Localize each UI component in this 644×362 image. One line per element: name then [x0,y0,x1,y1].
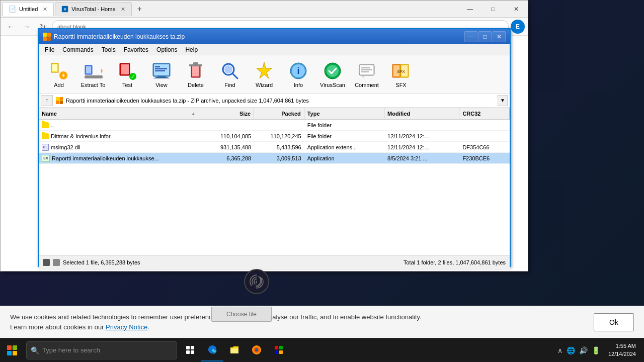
col-header-packed[interactable]: Packed [254,108,304,119]
forward-button[interactable]: → [20,20,34,34]
start-button[interactable] [0,338,24,363]
file-name-cell: DL msimg32.dll [39,142,199,152]
taskbar-app-firefox[interactable] [246,339,268,361]
tray-volume-icon[interactable]: 🔊 [579,346,588,354]
zip-toolbar: + Add Extract To [39,55,510,94]
virusscan-button[interactable]: VirusScan [316,57,349,92]
menu-tools[interactable]: Tools [98,45,120,54]
tray-network-icon[interactable]: 🌐 [567,346,575,354]
taskbar-search[interactable]: 🔍 Type here to search [26,341,177,359]
extract-to-button[interactable]: Extract To [77,57,109,92]
svg-rect-41 [186,350,190,354]
svg-rect-14 [155,68,167,69]
file-crc-cell [459,131,510,141]
sfx-label: SFX [395,82,406,88]
svg-rect-40 [191,346,194,349]
status-left: Selected 1 file, 6,365,288 bytes [43,259,404,266]
edge-extension[interactable]: E [511,20,525,34]
path-text: Raportti immateriaalioikeuden loukkaukse… [66,98,496,104]
taskbar-app-explorer[interactable] [223,339,246,361]
tab-virustotal-icon: V [61,6,68,13]
add-button[interactable]: + Add [43,57,75,92]
path-up-button[interactable]: ↑ [41,95,53,106]
status-icon [43,259,50,266]
virusscan-label: VirusScan [320,82,345,88]
svg-rect-42 [191,350,194,354]
file-packed-cell: 5,433,596 [254,142,304,152]
path-dropdown[interactable]: ▼ [498,95,508,106]
privacy-notice-link[interactable]: Privacy Notice [106,323,147,331]
file-type-cell: File folder [304,131,384,141]
menu-options[interactable]: Options [152,45,181,54]
fingerprint-area [216,266,297,297]
col-header-crc[interactable]: CRC32 [459,108,510,119]
search-icon: 🔍 [31,346,39,354]
zip-close-btn[interactable]: ✕ [493,31,506,42]
path-zip-icon [55,96,64,105]
test-button[interactable]: ✓ Test [111,57,143,92]
svg-rect-33 [361,71,369,72]
wizard-button[interactable]: Wizard [248,57,280,92]
file-name-cell: EX Raportti immateriaalioikeuden loukkau… [39,153,199,163]
new-tab-button[interactable]: + [133,2,147,16]
folder-icon [229,345,239,355]
delete-label: Delete [188,82,204,88]
sfx-button[interactable]: SFX SFX [385,57,417,92]
delete-button[interactable]: Delete [180,57,212,92]
file-type-cell: Application [304,153,384,163]
browser-maximize-btn[interactable]: □ [481,1,505,18]
svg-text:+: + [61,72,65,79]
find-label: Find [224,82,235,88]
menu-file[interactable]: File [41,45,58,54]
cookie-ok-button[interactable]: Ok [594,313,634,331]
extract-to-icon [83,61,103,81]
col-header-size[interactable]: Size [199,108,255,119]
comment-button[interactable]: Comment [351,57,383,92]
svg-rect-1 [52,64,57,71]
back-button[interactable]: ← [4,20,18,34]
menu-favorites[interactable]: Favorites [120,45,152,54]
view-label: View [155,82,168,88]
browser-close-btn[interactable]: ✕ [505,1,528,18]
tray-up-arrow[interactable]: ∧ [557,346,562,354]
table-row[interactable]: EX Raportti immateriaalioikeuden loukkau… [39,153,510,164]
table-row[interactable]: Dittmar & Indrenius.infor 110,104,085 11… [39,131,510,142]
zip-minimize-btn[interactable]: — [464,31,477,42]
table-row[interactable]: .. File folder [39,120,510,131]
add-label: Add [54,82,64,88]
zip-maximize-btn[interactable]: □ [478,31,492,42]
tab-untitled-close[interactable]: ✕ [43,6,47,13]
svg-marker-23 [257,62,272,78]
menu-commands[interactable]: Commands [58,45,97,54]
tray-battery-icon[interactable]: 🔋 [592,346,600,354]
svg-text:SFX: SFX [397,69,405,74]
find-button[interactable]: Find [214,57,246,92]
tab-untitled[interactable]: 📄 Untitled ✕ [3,2,54,16]
choose-file-button[interactable]: Choose file [211,307,272,322]
view-button[interactable]: View [145,57,178,92]
menu-bar: File Commands Tools Favorites Options He… [39,44,510,55]
svg-rect-15 [155,70,165,71]
taskbar-app-edge[interactable] [201,339,223,361]
col-header-modified[interactable]: Modified [384,108,459,119]
file-type-cell: Application extens... [304,142,384,152]
cookie-text: We use cookies and related technologies … [10,312,584,332]
table-row[interactable]: DL msimg32.dll 931,135,488 5,433,596 App… [39,142,510,153]
file-modified-cell [384,120,459,130]
tab-virustotal[interactable]: V VirusTotal - Home ✕ [55,2,131,16]
tray-clock[interactable]: 1:55 AM 12/14/2024 [604,342,640,358]
tab-virustotal-close[interactable]: ✕ [121,6,125,13]
col-header-name[interactable]: Name ▲ [39,108,199,119]
add-icon: + [49,61,69,81]
dll-icon: DL [42,144,49,151]
status-text-left: Selected 1 file, 6,365,288 bytes [63,259,140,265]
info-button[interactable]: i Info [282,57,314,92]
task-view-button[interactable] [179,339,201,361]
menu-help[interactable]: Help [181,45,202,54]
fingerprint-circle [244,269,269,294]
browser-titlebar: 📄 Untitled ✕ V VirusTotal - Home ✕ + — □… [1,1,528,18]
taskbar-app-5[interactable] [268,339,290,361]
col-header-type[interactable]: Type [304,108,384,119]
browser-minimize-btn[interactable]: — [458,1,481,18]
file-modified-cell: 8/5/2024 3:21 ... [384,153,459,163]
